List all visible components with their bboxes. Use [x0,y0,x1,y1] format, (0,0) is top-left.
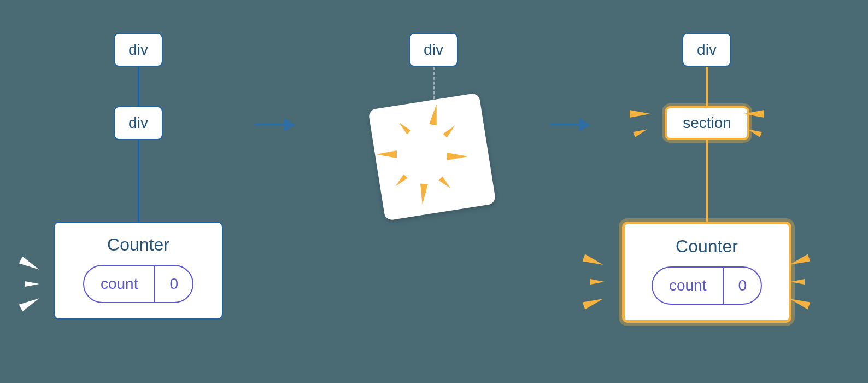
node-label: section [683,114,731,132]
tree-node-div-top: div [682,33,731,67]
connector-line [138,140,139,222]
arrow-icon [255,118,295,131]
counter-title: Counter [107,235,169,255]
state-label: count [84,266,156,302]
state-pill: count 0 [83,265,193,303]
tree-node-section-mid: section [665,106,749,140]
node-label: div [128,114,148,132]
counter-component-card: Counter count 0 [54,222,223,320]
tree-node-div-mid: div [114,106,163,140]
tree-node-div-top: div [114,33,163,67]
tree-node-div-top: div [409,33,458,67]
counter-component-card: Counter count 0 [622,222,791,323]
state-value: 0 [724,268,761,304]
connector-line [706,67,708,106]
connector-line [138,67,139,106]
node-label: div [697,41,717,59]
state-pill: count 0 [652,266,762,305]
node-label: div [128,41,148,59]
state-label: count [653,268,724,304]
arrow-icon [550,118,590,131]
state-value: 0 [155,266,192,302]
poof-card [368,92,496,221]
connector-line [706,140,708,222]
node-label: div [424,41,443,59]
counter-title: Counter [676,236,738,257]
